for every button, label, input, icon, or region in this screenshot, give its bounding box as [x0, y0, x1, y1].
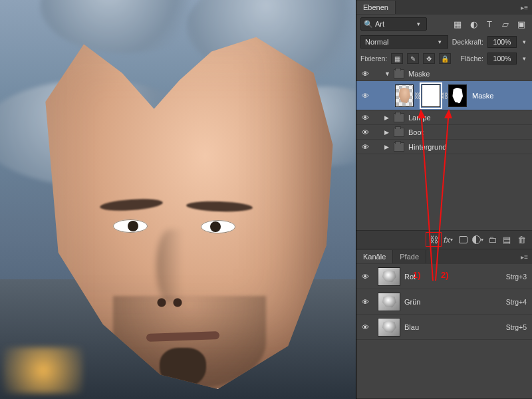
filter-pixel-icon[interactable]: ▦ [451, 17, 464, 31]
channel-rot[interactable]: 👁 Rot Strg+3 [356, 264, 532, 289]
panel-menu-icon[interactable]: ▸≡ [521, 253, 528, 261]
channels-tabbar: Kanäle Pfade ▸≡ [356, 249, 532, 264]
channel-thumbnail [378, 267, 400, 286]
filter-shape-icon[interactable]: ▱ [499, 17, 512, 31]
lock-all-icon[interactable]: 🔒 [439, 53, 451, 64]
disclosure-icon[interactable]: ▶ [384, 129, 394, 136]
lock-position-icon[interactable]: ✥ [423, 53, 435, 64]
lock-label: Fixieren: [360, 55, 387, 63]
search-icon: 🔍 [364, 20, 373, 29]
group-lampe[interactable]: 👁 ▶ Lampe [356, 110, 532, 125]
layers-footer: ⛓ fx▾ ▾ 🗀 ▤ 🗑 [356, 230, 532, 249]
channel-shortcut: Strg+3 [506, 273, 527, 281]
channel-gruen[interactable]: 👁 Grün Strg+4 [356, 289, 532, 315]
tab-layers[interactable]: Ebenen [356, 1, 396, 14]
document-canvas[interactable] [0, 0, 356, 399]
channel-blau[interactable]: 👁 Blau Strg+5 [356, 315, 532, 340]
channel-label: Rot [404, 273, 506, 281]
layer-mask-thumbnail-2[interactable] [448, 84, 467, 107]
channel-shortcut: Strg+5 [506, 323, 527, 331]
disclosure-icon[interactable]: ▼ [384, 70, 394, 77]
visibility-toggle[interactable]: 👁 [356, 323, 374, 331]
group-label: Maske [408, 70, 430, 78]
layers-filter-bar: 🔍 ▾ ▦ ◐ T ▱ ▣ [356, 15, 532, 33]
tab-channels[interactable]: Kanäle [356, 250, 393, 263]
group-boot[interactable]: 👁 ▶ Boot [356, 125, 532, 140]
layer-thumbnail[interactable] [395, 84, 414, 107]
chevron-down-icon: ▾ [436, 39, 444, 45]
disclosure-icon[interactable]: ▶ [384, 144, 394, 150]
fx-icon[interactable]: fx▾ [442, 233, 455, 247]
layers-tabbar: Ebenen ▸≡ [356, 0, 532, 15]
add-mask-icon[interactable] [456, 233, 469, 247]
chevron-down-icon[interactable]: ▾ [521, 39, 528, 45]
folder-icon [394, 128, 404, 137]
group-label: Lampe [408, 114, 431, 122]
opacity-label: Deckkraft: [452, 38, 483, 46]
group-hintergrund[interactable]: 👁 ▶ Hintergrund [356, 140, 532, 154]
layer-list: 👁 ▼ Maske 👁 ⛓ ⛓ [356, 66, 532, 230]
panel-menu-icon[interactable]: ▸≡ [521, 4, 528, 11]
group-label: Hintergrund [408, 143, 446, 151]
blend-mode-value: Normal [365, 38, 388, 46]
layer-label: Maske [472, 92, 493, 100]
new-group-icon[interactable]: 🗀 [485, 233, 499, 247]
cursor-pointer-icon [454, 94, 462, 105]
channel-thumbnail [378, 293, 400, 311]
visibility-toggle[interactable]: 👁 [356, 70, 374, 78]
channel-label: Grün [404, 298, 506, 306]
lock-transparent-icon[interactable]: ▦ [391, 53, 403, 64]
layer-maske[interactable]: 👁 ⛓ ⛓ Maske [356, 81, 532, 110]
group-maske[interactable]: 👁 ▼ Maske [356, 66, 532, 81]
layers-panel: Ebenen ▸≡ 🔍 ▾ ▦ ◐ T ▱ ▣ Normal ▾ [356, 0, 532, 399]
group-label: Boot [408, 128, 424, 136]
mask-link-icon[interactable]: ⛓ [440, 92, 448, 100]
chevron-down-icon: ▾ [415, 21, 422, 27]
lock-pixels-icon[interactable]: ✎ [407, 53, 419, 64]
link-layers-icon[interactable]: ⛓ [427, 233, 440, 247]
visibility-toggle[interactable]: 👁 [356, 92, 374, 100]
visibility-toggle[interactable]: 👁 [356, 143, 374, 151]
mask-link-icon[interactable]: ⛓ [414, 92, 422, 100]
fill-label: Fläche: [461, 55, 483, 63]
mask-face-layer [7, 23, 352, 396]
new-layer-icon[interactable]: ▤ [500, 233, 513, 247]
visibility-toggle[interactable]: 👁 [356, 128, 374, 136]
disclosure-icon[interactable]: ▶ [384, 114, 394, 121]
tab-paths[interactable]: Pfade [393, 250, 426, 263]
filter-smart-icon[interactable]: ▣ [515, 17, 528, 31]
layer-filter-select[interactable]: 🔍 ▾ [360, 17, 427, 31]
channel-label: Blau [404, 323, 506, 331]
folder-icon [394, 113, 404, 122]
filter-adjust-icon[interactable]: ◐ [467, 17, 480, 31]
layer-mask-thumbnail-1[interactable] [422, 84, 440, 107]
visibility-toggle[interactable]: 👁 [356, 298, 374, 306]
chevron-down-icon[interactable]: ▾ [521, 55, 528, 62]
filter-type-icon[interactable]: T [483, 17, 496, 31]
folder-icon [394, 69, 404, 78]
folder-icon [394, 142, 404, 152]
delete-layer-icon[interactable]: 🗑 [515, 233, 528, 247]
opacity-value[interactable]: 100% [487, 36, 517, 48]
visibility-toggle[interactable]: 👁 [356, 114, 374, 122]
channel-shortcut: Strg+4 [506, 298, 527, 306]
visibility-toggle[interactable]: 👁 [356, 273, 374, 281]
fill-value[interactable]: 100% [487, 53, 517, 65]
blend-mode-select[interactable]: Normal ▾ [360, 35, 448, 49]
layer-filter-input[interactable] [375, 20, 415, 28]
selection-outline [20, 30, 339, 389]
channel-thumbnail [378, 318, 400, 336]
adjustment-layer-icon[interactable]: ▾ [471, 233, 484, 247]
